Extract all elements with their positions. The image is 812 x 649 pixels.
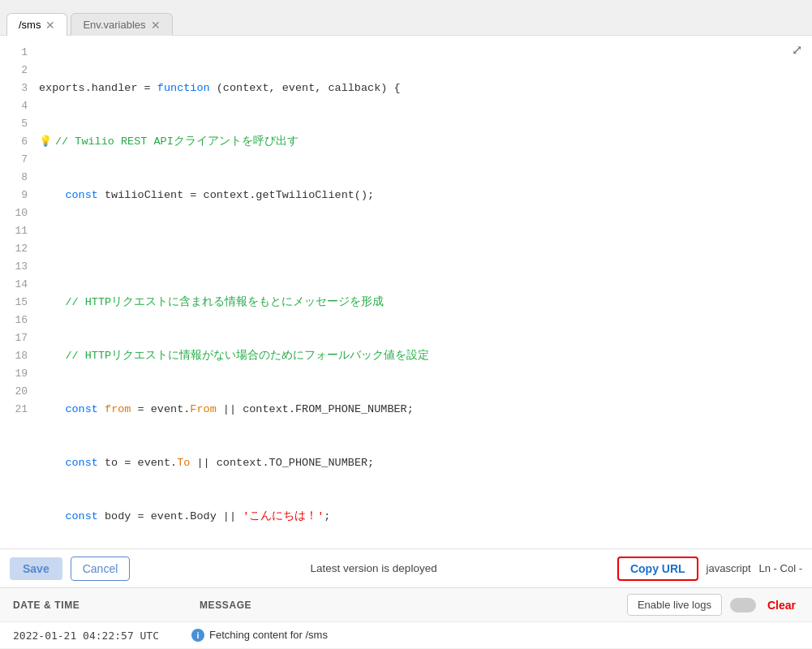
code-line-8: const to = event.To || context.TO_PHONE_… <box>39 454 812 472</box>
log-header: DATE & TIME MESSAGE Enable live logs Cle… <box>0 588 812 622</box>
code-line-2: 💡// Twilio REST APIクライアントを呼び出す <box>39 133 812 151</box>
log-panel: DATE & TIME MESSAGE Enable live logs Cle… <box>0 587 812 649</box>
copy-url-button[interactable]: Copy URL <box>617 557 698 581</box>
code-line-5: // HTTPリクエストに含まれる情報をもとにメッセージを形成 <box>39 294 812 312</box>
status-text: Latest version is deployed <box>138 562 609 574</box>
log-row: 2022-01-21 04:22:57 UTC iFetching conten… <box>0 622 812 649</box>
code-line-9: const body = event.Body || 'こんにちは！'; <box>39 508 812 526</box>
log-header-message: MESSAGE <box>200 600 619 611</box>
tab-env-close[interactable]: ✕ <box>151 19 161 31</box>
status-bar: Save Cancel Latest version is deployed C… <box>0 548 812 587</box>
tab-sms-close[interactable]: ✕ <box>45 19 55 31</box>
code-editor[interactable]: ⤢ 1 2 3 4 5 6 7 8 9 10 11 12 13 14 15 16… <box>0 36 812 548</box>
language-label: javascript <box>707 562 751 574</box>
expand-icon[interactable]: ⤢ <box>792 42 802 60</box>
info-icon: i <box>191 629 204 642</box>
code-line-6: // HTTPリクエストに情報がない場合のためにフォールバック値を設定 <box>39 347 812 365</box>
tab-env[interactable]: Env.variables ✕ <box>71 13 172 36</box>
tab-sms[interactable]: /sms ✕ <box>6 13 67 36</box>
enable-live-logs-button[interactable]: Enable live logs <box>627 594 722 616</box>
code-line-1: exports.handler = function (context, eve… <box>39 80 812 97</box>
tabs-bar: /sms ✕ Env.variables ✕ <box>0 0 812 36</box>
cancel-button[interactable]: Cancel <box>71 557 131 581</box>
tab-sms-label: /sms <box>19 19 41 31</box>
tab-env-label: Env.variables <box>83 19 145 31</box>
log-header-date: DATE & TIME <box>13 600 191 611</box>
ln-col-label: Ln - Col - <box>759 562 802 574</box>
code-line-3: const twilioClient = context.getTwilioCl… <box>39 187 812 204</box>
save-button[interactable]: Save <box>10 557 62 580</box>
line-numbers: 1 2 3 4 5 6 7 8 9 10 11 12 13 14 15 16 1… <box>0 36 32 548</box>
code-lines: 1 2 3 4 5 6 7 8 9 10 11 12 13 14 15 16 1… <box>0 36 812 548</box>
log-date: 2022-01-21 04:22:57 UTC <box>13 630 191 642</box>
log-message: iFetching content for /sms <box>191 629 799 642</box>
editor-container: /sms ✕ Env.variables ✕ ⤢ 1 2 3 4 5 6 7 8… <box>0 0 812 649</box>
code-line-4 <box>39 240 812 258</box>
code-text[interactable]: exports.handler = function (context, eve… <box>32 36 812 548</box>
live-logs-toggle[interactable] <box>730 598 756 612</box>
code-line-7: const from = event.From || context.FROM_… <box>39 401 812 419</box>
clear-button[interactable]: Clear <box>764 599 799 612</box>
